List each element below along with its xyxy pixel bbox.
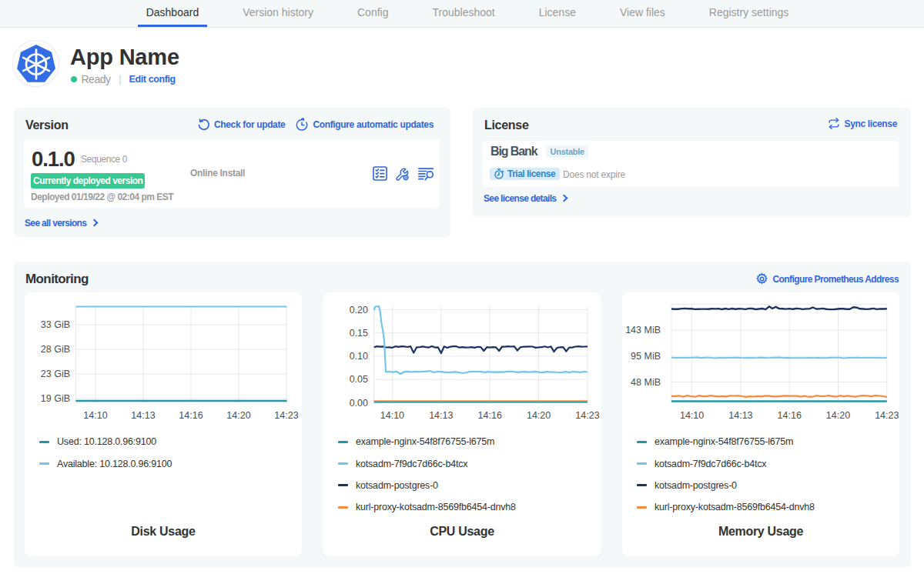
svg-text:14:16: 14:16 xyxy=(778,410,802,421)
svg-text:14:16: 14:16 xyxy=(179,410,203,421)
svg-text:23 GiB: 23 GiB xyxy=(41,369,70,379)
svg-text:14:23: 14:23 xyxy=(274,410,298,421)
svg-text:0.20: 0.20 xyxy=(350,305,368,315)
svg-text:33 GiB: 33 GiB xyxy=(41,319,70,330)
svg-text:0.05: 0.05 xyxy=(350,374,368,385)
svg-text:0.00: 0.00 xyxy=(350,398,368,409)
svg-text:14:13: 14:13 xyxy=(131,410,155,421)
svg-text:48 MiB: 48 MiB xyxy=(631,377,661,388)
svg-text:14:20: 14:20 xyxy=(826,410,850,421)
svg-text:14:10: 14:10 xyxy=(680,410,704,421)
svg-text:0.15: 0.15 xyxy=(350,328,368,339)
svg-text:28 GiB: 28 GiB xyxy=(41,344,70,355)
svg-text:143 MiB: 143 MiB xyxy=(625,325,661,335)
svg-text:14:10: 14:10 xyxy=(380,410,404,421)
svg-text:0.10: 0.10 xyxy=(350,351,368,362)
svg-text:14:20: 14:20 xyxy=(226,410,250,421)
svg-text:14:23: 14:23 xyxy=(875,410,899,421)
svg-text:14:10: 14:10 xyxy=(83,410,107,421)
svg-text:14:23: 14:23 xyxy=(575,410,599,421)
svg-text:19 GiB: 19 GiB xyxy=(41,393,70,404)
svg-text:14:16: 14:16 xyxy=(478,410,502,421)
svg-text:14:20: 14:20 xyxy=(527,410,551,421)
svg-text:14:13: 14:13 xyxy=(728,410,752,421)
svg-text:95 MiB: 95 MiB xyxy=(631,351,661,362)
svg-text:14:13: 14:13 xyxy=(429,410,453,421)
